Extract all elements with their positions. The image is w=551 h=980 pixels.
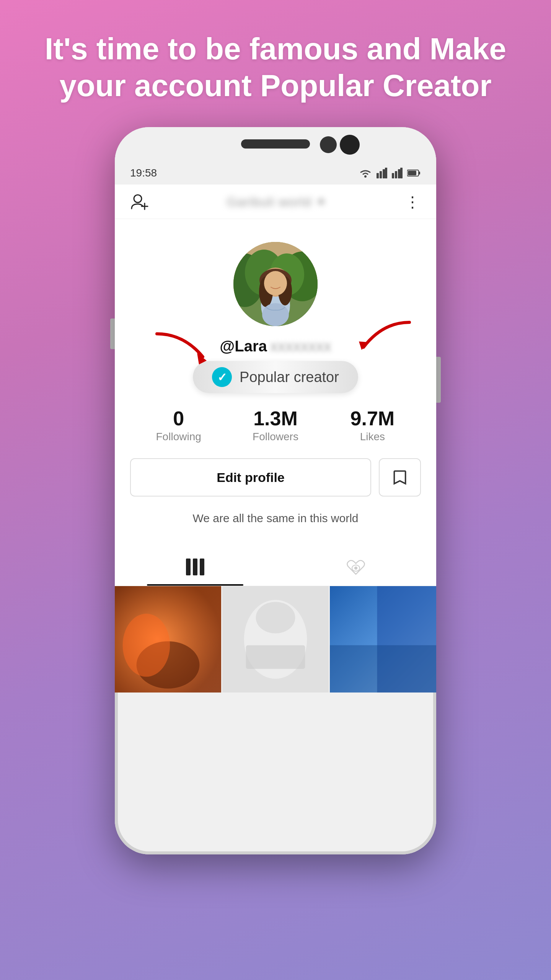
followers-count: 1.3M bbox=[253, 408, 298, 428]
content-grid bbox=[115, 586, 436, 693]
more-options-button[interactable]: ⋮ bbox=[405, 194, 421, 209]
svg-rect-5 bbox=[392, 173, 394, 178]
username-blur: xxxxxxxx bbox=[270, 338, 331, 355]
svg-rect-8 bbox=[400, 168, 403, 178]
svg-rect-41 bbox=[246, 645, 305, 669]
power-button bbox=[436, 357, 441, 403]
battery-icon bbox=[407, 169, 421, 177]
svg-rect-44 bbox=[330, 645, 436, 693]
bookmark-button[interactable] bbox=[379, 458, 421, 497]
status-icons bbox=[359, 168, 421, 178]
svg-marker-4 bbox=[385, 168, 387, 178]
svg-rect-1 bbox=[377, 173, 379, 178]
svg-point-27 bbox=[262, 303, 289, 326]
promo-header: It's time to be famous and Make your acc… bbox=[0, 0, 551, 127]
app-header: Garibuli world ✦ ⋮ bbox=[115, 185, 436, 219]
phone-top bbox=[115, 127, 436, 162]
svg-rect-6 bbox=[395, 171, 397, 178]
right-arrow-decoration bbox=[329, 318, 413, 361]
phone-frame: 19:58 bbox=[115, 127, 436, 854]
svg-rect-11 bbox=[408, 171, 416, 175]
followers-label: Followers bbox=[253, 431, 298, 443]
bio-text: We are all the same in this world bbox=[193, 512, 359, 525]
speaker bbox=[241, 139, 310, 149]
svg-rect-32 bbox=[200, 559, 204, 575]
avatar-image bbox=[233, 242, 318, 326]
wifi-icon bbox=[359, 168, 372, 178]
following-stat: 0 Following bbox=[130, 408, 227, 443]
signal-icon-2 bbox=[392, 168, 403, 178]
profile-section: @Lara xxxxxxxx ✓ Popular creator 0 bbox=[115, 219, 436, 548]
clock: 19:58 bbox=[130, 167, 157, 179]
verified-check-icon: ✓ bbox=[212, 367, 232, 387]
followers-stat: 1.3M Followers bbox=[227, 408, 324, 443]
svg-point-12 bbox=[134, 195, 142, 203]
grid-tab[interactable] bbox=[115, 548, 276, 586]
add-user-button[interactable] bbox=[130, 193, 148, 211]
status-bar: 19:58 bbox=[115, 162, 436, 185]
signal-icon-1 bbox=[377, 168, 387, 178]
avatar bbox=[233, 242, 318, 326]
app-username-title: Garibuli world ✦ bbox=[227, 194, 326, 209]
likes-stat: 9.7M Likes bbox=[324, 408, 421, 443]
username-row: @Lara xxxxxxxx bbox=[130, 338, 421, 355]
camera-main bbox=[340, 135, 360, 155]
likes-count: 9.7M bbox=[350, 408, 395, 428]
svg-point-37 bbox=[123, 614, 170, 677]
following-label: Following bbox=[156, 431, 201, 443]
svg-rect-7 bbox=[398, 169, 400, 178]
left-arrow-decoration bbox=[153, 330, 230, 368]
tab-bar bbox=[115, 548, 436, 586]
svg-point-34 bbox=[354, 567, 357, 570]
edit-profile-button[interactable]: Edit profile bbox=[130, 458, 371, 497]
volume-button bbox=[110, 318, 115, 349]
bookmark-icon bbox=[391, 469, 408, 486]
stats-row: 0 Following 1.3M Followers 9.7M Likes bbox=[130, 408, 421, 443]
following-count: 0 bbox=[173, 408, 184, 428]
liked-tab[interactable] bbox=[276, 548, 436, 586]
camera-secondary bbox=[320, 136, 337, 153]
svg-point-40 bbox=[256, 602, 295, 633]
liked-posts-icon bbox=[345, 557, 367, 577]
phone-mockup: 19:58 bbox=[115, 127, 436, 980]
svg-point-0 bbox=[364, 175, 367, 178]
grid-view-icon bbox=[185, 559, 205, 575]
badge-label: Popular creator bbox=[240, 369, 339, 385]
content-cell-3[interactable] bbox=[330, 586, 436, 693]
content-cell-2[interactable] bbox=[222, 586, 329, 693]
svg-rect-3 bbox=[383, 169, 385, 178]
svg-rect-10 bbox=[419, 172, 420, 175]
promo-title: It's time to be famous and Make your acc… bbox=[45, 32, 506, 103]
svg-rect-2 bbox=[380, 171, 382, 178]
svg-point-26 bbox=[264, 271, 287, 296]
svg-rect-31 bbox=[193, 559, 197, 575]
content-cell-1[interactable] bbox=[115, 586, 221, 693]
likes-label: Likes bbox=[360, 431, 385, 443]
svg-rect-30 bbox=[186, 559, 191, 575]
action-buttons: Edit profile bbox=[130, 458, 421, 497]
